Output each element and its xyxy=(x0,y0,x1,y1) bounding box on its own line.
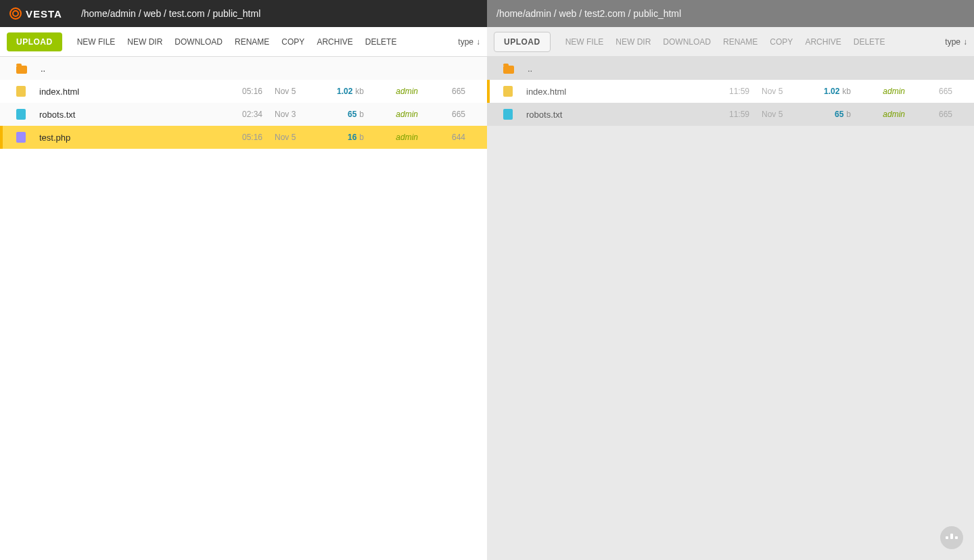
rename-action[interactable]: RENAME xyxy=(723,37,758,47)
sort-toggle-right[interactable]: type ↓ xyxy=(945,37,967,47)
file-list-right: ..index.html11:59Nov 51.02kbadmin665robo… xyxy=(487,57,974,560)
right-pane: /home/admin / web / test2.com / public_h… xyxy=(487,0,974,560)
floating-menu-button[interactable] xyxy=(940,526,963,549)
file-name: .. xyxy=(41,64,222,74)
file-name: robots.txt xyxy=(526,110,709,120)
file-name: index.html xyxy=(526,87,709,97)
breadcrumb-path-right[interactable]: /home/admin / web / test2.com / public_h… xyxy=(496,8,681,19)
txt-icon xyxy=(16,109,26,120)
file-owner: admin xyxy=(851,87,905,96)
sort-arrow-icon: ↓ xyxy=(476,37,480,47)
file-time: 11:59 xyxy=(709,87,749,96)
php-icon xyxy=(16,132,26,143)
file-row[interactable]: robots.txt11:59Nov 565badmin665 xyxy=(487,103,974,126)
file-name: index.html xyxy=(39,87,222,97)
new-dir-action[interactable]: NEW DIR xyxy=(127,37,162,47)
file-row[interactable]: .. xyxy=(487,57,974,80)
file-list-left: ..index.html05:16Nov 51.02kbadmin665robo… xyxy=(0,57,487,560)
file-row[interactable]: .. xyxy=(0,57,487,80)
file-time: 05:16 xyxy=(222,133,262,142)
toolbar-right: UPLOAD NEW FILE NEW DIR DOWNLOAD RENAME … xyxy=(487,27,974,57)
delete-action[interactable]: DELETE xyxy=(365,37,397,47)
html-icon xyxy=(16,86,26,97)
new-file-action[interactable]: NEW FILE xyxy=(565,37,604,47)
copy-action[interactable]: COPY xyxy=(281,37,304,47)
sort-arrow-icon: ↓ xyxy=(963,37,967,47)
file-permissions: 665 xyxy=(418,110,465,119)
file-row[interactable]: index.html05:16Nov 51.02kbadmin665 xyxy=(0,80,487,103)
download-action[interactable]: DOWNLOAD xyxy=(663,37,711,47)
sort-label: type xyxy=(458,37,473,47)
left-pane: VESTA /home/admin / web / test.com / pub… xyxy=(0,0,487,560)
vesta-logo[interactable]: VESTA xyxy=(9,7,62,20)
file-row[interactable]: robots.txt02:34Nov 365badmin665 xyxy=(0,103,487,126)
file-name: test.php xyxy=(39,133,222,143)
file-owner: admin xyxy=(851,110,905,119)
toolbar-actions-right: NEW FILE NEW DIR DOWNLOAD RENAME COPY AR… xyxy=(565,37,885,47)
equalizer-icon xyxy=(946,536,958,539)
file-date: Nov 3 xyxy=(262,110,310,119)
upload-button-left[interactable]: UPLOAD xyxy=(7,32,62,51)
file-permissions: 644 xyxy=(418,133,465,142)
brand-label: VESTA xyxy=(26,8,62,20)
file-date: Nov 5 xyxy=(262,87,310,96)
new-file-action[interactable]: NEW FILE xyxy=(77,37,116,47)
file-size: 16b xyxy=(310,133,364,142)
file-date: Nov 5 xyxy=(749,87,797,96)
file-permissions: 665 xyxy=(905,87,952,96)
file-size: 1.02kb xyxy=(310,87,364,96)
folder-icon xyxy=(16,66,27,74)
archive-action[interactable]: ARCHIVE xyxy=(805,37,841,47)
file-size: 65b xyxy=(797,110,851,119)
toolbar-actions-left: NEW FILE NEW DIR DOWNLOAD RENAME COPY AR… xyxy=(77,37,397,47)
file-date: Nov 5 xyxy=(262,133,310,142)
new-dir-action[interactable]: NEW DIR xyxy=(616,37,651,47)
folder-icon xyxy=(503,66,514,74)
file-time: 02:34 xyxy=(222,110,262,119)
file-permissions: 665 xyxy=(905,110,952,119)
file-permissions: 665 xyxy=(418,87,465,96)
file-owner: admin xyxy=(364,110,418,119)
archive-action[interactable]: ARCHIVE xyxy=(317,37,352,47)
file-size: 1.02kb xyxy=(797,87,851,96)
file-row[interactable]: index.html11:59Nov 51.02kbadmin665 xyxy=(487,80,974,103)
toolbar-left: UPLOAD NEW FILE NEW DIR DOWNLOAD RENAME … xyxy=(0,27,487,57)
sort-label: type xyxy=(945,37,960,47)
download-action[interactable]: DOWNLOAD xyxy=(175,37,223,47)
file-date: Nov 5 xyxy=(749,110,797,119)
rename-action[interactable]: RENAME xyxy=(235,37,269,47)
upload-button-right[interactable]: UPLOAD xyxy=(494,32,551,52)
file-time: 11:59 xyxy=(709,110,749,119)
breadcrumb-right: /home/admin / web / test2.com / public_h… xyxy=(487,0,974,27)
file-name: robots.txt xyxy=(39,110,222,120)
delete-action[interactable]: DELETE xyxy=(854,37,885,47)
html-icon xyxy=(503,86,513,97)
file-row[interactable]: test.php05:16Nov 516badmin644 xyxy=(0,126,487,149)
file-time: 05:16 xyxy=(222,87,262,96)
file-owner: admin xyxy=(364,87,418,96)
file-name: .. xyxy=(528,64,709,74)
file-size: 65b xyxy=(310,110,364,119)
txt-icon xyxy=(503,109,513,120)
copy-action[interactable]: COPY xyxy=(770,37,793,47)
file-owner: admin xyxy=(364,133,418,142)
breadcrumb-left: VESTA /home/admin / web / test.com / pub… xyxy=(0,0,487,27)
breadcrumb-path-left[interactable]: /home/admin / web / test.com / public_ht… xyxy=(81,8,260,19)
sort-toggle-left[interactable]: type ↓ xyxy=(458,37,480,47)
logo-swirl-icon xyxy=(9,7,22,20)
